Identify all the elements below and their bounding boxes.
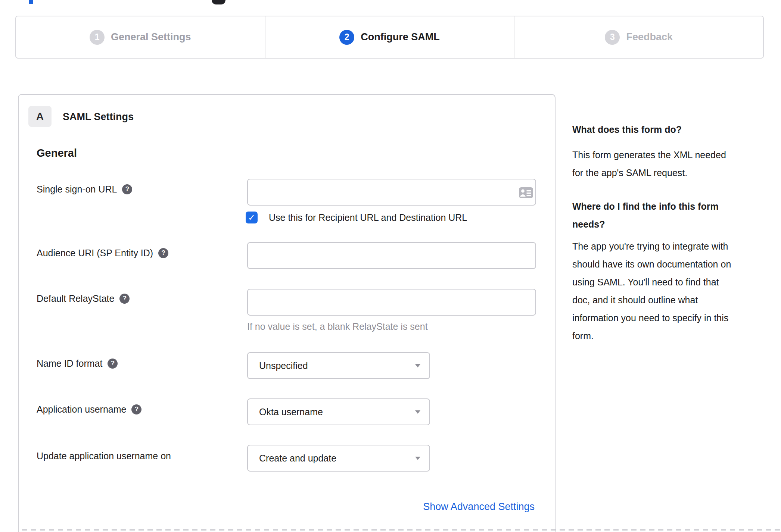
step-number-badge: 2 [339, 30, 354, 45]
dropdown-arrow-icon [415, 364, 420, 367]
sidebar-heading-what: What does this form do? [572, 121, 765, 138]
show-advanced-settings-link[interactable]: Show Advanced Settings [423, 501, 535, 513]
step-label: General Settings [111, 31, 191, 43]
field-label-text: Default RelayState [37, 293, 114, 304]
field-label-text: Single sign-on URL [37, 184, 117, 195]
dashed-section-divider [22, 529, 781, 531]
application-username-select[interactable]: Okta username [247, 398, 430, 425]
help-icon[interactable]: ? [119, 294, 130, 304]
recipient-url-checkbox-label[interactable]: Use this for Recipient URL and Destinati… [269, 212, 467, 223]
application-username-label: Application username ? [37, 404, 141, 415]
recipient-url-checkbox[interactable]: ✓ [246, 212, 258, 223]
general-section-heading: General [37, 147, 77, 159]
saml-settings-panel: A SAML Settings General Single sign-on U… [18, 94, 556, 532]
step-label: Configure SAML [361, 31, 439, 43]
help-icon[interactable]: ? [131, 404, 141, 414]
checkmark-icon: ✓ [248, 213, 255, 223]
panel-title: SAML Settings [63, 111, 134, 123]
update-application-username-label: Update application username on [37, 450, 171, 461]
field-label-text: Application username [37, 404, 126, 415]
field-label-text: Update application username on [37, 451, 171, 461]
step-feedback[interactable]: 3 Feedback [514, 16, 763, 58]
field-label-text: Name ID format [37, 358, 102, 369]
field-label-text: Audience URI (SP Entity ID) [37, 248, 153, 259]
step-number-badge: 1 [90, 30, 105, 45]
step-label: Feedback [626, 31, 673, 43]
relaystate-hint: If no value is set, a blank RelayState i… [247, 321, 428, 332]
audience-uri-label: Audience URI (SP Entity ID) ? [37, 247, 168, 259]
sidebar-paragraph-where: The app you're trying to integrate with … [572, 237, 765, 345]
help-icon[interactable]: ? [158, 248, 168, 258]
clipped-heading-fragment-blue [29, 0, 33, 4]
step-configure-saml[interactable]: 2 Configure SAML [265, 16, 514, 58]
select-value: Create and update [259, 453, 415, 464]
dropdown-arrow-icon [415, 457, 420, 460]
clipped-heading-fragment-dark [212, 0, 225, 4]
help-icon[interactable]: ? [108, 359, 118, 369]
select-value: Unspecified [259, 360, 415, 371]
configure-saml-page: 1 General Settings 2 Configure SAML 3 Fe… [0, 0, 781, 532]
step-general-settings[interactable]: 1 General Settings [16, 16, 265, 58]
default-relaystate-label: Default RelayState ? [37, 293, 130, 304]
name-id-format-label: Name ID format ? [37, 358, 118, 369]
help-icon[interactable]: ? [122, 184, 132, 194]
contact-card-icon [519, 187, 533, 198]
dropdown-arrow-icon [415, 410, 420, 414]
step-number-badge: 3 [605, 30, 620, 45]
section-a-badge: A [28, 106, 52, 127]
sidebar-paragraph-what: This form generates the XML needed for t… [572, 146, 765, 182]
name-id-format-select[interactable]: Unspecified [247, 352, 430, 379]
audience-uri-input[interactable] [247, 242, 536, 269]
sidebar-heading-where: Where do I find the info this form needs… [572, 197, 765, 233]
default-relaystate-input[interactable] [247, 289, 536, 316]
single-sign-on-url-label: Single sign-on URL ? [37, 184, 132, 195]
select-value: Okta username [259, 407, 415, 417]
wizard-stepper: 1 General Settings 2 Configure SAML 3 Fe… [15, 16, 764, 59]
single-sign-on-url-input[interactable] [247, 179, 536, 206]
update-application-username-select[interactable]: Create and update [247, 445, 430, 472]
